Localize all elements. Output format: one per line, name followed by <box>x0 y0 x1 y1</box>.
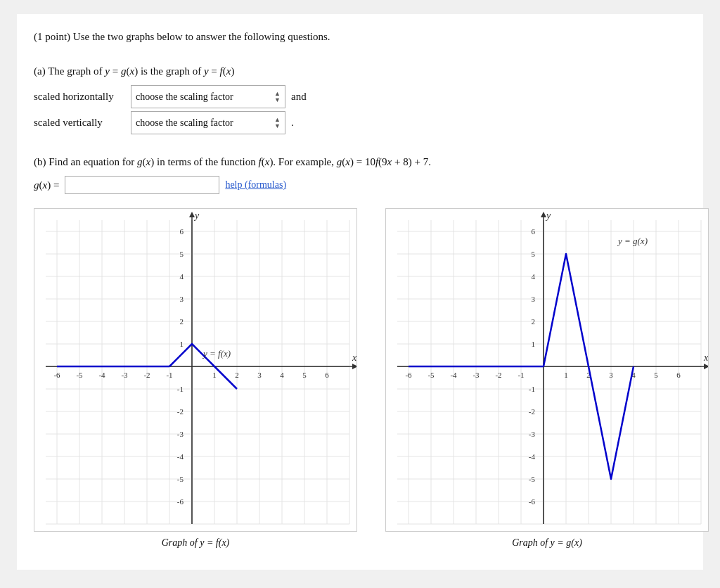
graph1-caption: Graph of y = f(x) <box>162 537 230 549</box>
svg-text:4: 4 <box>280 371 284 379</box>
vertical-scaling-value: choose the scaling factor <box>136 114 233 132</box>
svg-text:-1: -1 <box>529 385 535 393</box>
svg-text:-6: -6 <box>405 371 412 379</box>
svg-text:3: 3 <box>532 295 536 303</box>
graphs-row: x y -6 -5 -4 -3 -2 -1 1 2 3 4 5 6 6 5 <box>34 208 686 549</box>
gx-label: g(x) = <box>34 179 59 191</box>
gx-row: g(x) = help (formulas) <box>34 176 686 194</box>
svg-text:-4: -4 <box>177 452 184 461</box>
svg-marker-85 <box>704 364 709 369</box>
y-axis-label-2: y <box>545 210 551 221</box>
svg-text:-5: -5 <box>76 371 83 379</box>
svg-text:-3: -3 <box>177 430 184 438</box>
graph2-svg: x y -6 -5 -4 -3 -2 -1 1 2 3 4 5 6 6 5 4 … <box>385 208 709 532</box>
graph2-caption: Graph of y = g(x) <box>512 537 582 549</box>
svg-text:1: 1 <box>564 371 568 379</box>
help-formulas-link[interactable]: help (formulas) <box>225 179 286 191</box>
svg-text:5: 5 <box>180 250 184 258</box>
svg-text:2: 2 <box>235 371 239 379</box>
svg-text:4: 4 <box>180 272 184 281</box>
part-b-title: (b) Find an equation for g(x) in terms o… <box>34 153 686 170</box>
x-axis-label-2: x <box>703 352 709 363</box>
svg-text:-3: -3 <box>121 371 128 379</box>
x-axis-label-1: x <box>352 352 357 363</box>
svg-text:6: 6 <box>532 227 536 236</box>
part-a-block: (a) The graph of y = g(x) is the graph o… <box>34 63 686 134</box>
svg-text:1: 1 <box>180 340 184 348</box>
header-line: (1 point) Use the two graphs below to an… <box>34 28 686 45</box>
svg-text:-6: -6 <box>529 497 536 506</box>
svg-text:-1: -1 <box>518 371 524 379</box>
svg-text:5: 5 <box>532 250 536 258</box>
svg-text:-5: -5 <box>177 475 184 483</box>
dropdown-arrows-2: ▲▼ <box>274 117 281 129</box>
graph1-svg: x y -6 -5 -4 -3 -2 -1 1 2 3 4 5 6 6 5 <box>34 208 357 532</box>
svg-text:1: 1 <box>532 340 536 348</box>
svg-marker-31 <box>189 212 195 217</box>
svg-text:3: 3 <box>609 371 613 379</box>
svg-text:-4: -4 <box>98 371 105 379</box>
svg-text:2: 2 <box>180 317 184 326</box>
vertical-scaling-row: scaled vertically choose the scaling fac… <box>34 111 686 134</box>
part-a-label: (a) The graph of y = g(x) is the graph o… <box>34 65 234 77</box>
svg-text:-4: -4 <box>450 371 457 379</box>
svg-text:-3: -3 <box>472 371 480 379</box>
svg-text:6: 6 <box>325 371 329 379</box>
svg-marker-87 <box>541 212 546 217</box>
intro-text: Use the two graphs below to answer the f… <box>73 31 330 42</box>
svg-text:-2: -2 <box>495 371 501 379</box>
period-text: . <box>291 113 294 132</box>
svg-text:-5: -5 <box>428 371 435 379</box>
svg-text:-3: -3 <box>529 430 536 438</box>
svg-text:1: 1 <box>212 371 217 379</box>
svg-text:-6: -6 <box>177 497 184 506</box>
gx-input[interactable] <box>65 176 219 194</box>
scaled-horizontally-label: scaled horizontally <box>34 87 125 106</box>
svg-text:6: 6 <box>180 227 184 236</box>
svg-text:6: 6 <box>676 371 681 379</box>
svg-text:-5: -5 <box>529 475 536 483</box>
fx-label: y = f(x) <box>202 348 231 359</box>
svg-text:3: 3 <box>180 295 184 303</box>
dropdown-arrows-1: ▲▼ <box>274 91 281 103</box>
part-b-block: (b) Find an equation for g(x) in terms o… <box>34 153 686 194</box>
part-a-title: (a) The graph of y = g(x) is the graph o… <box>34 63 686 79</box>
graph2-container: x y -6 -5 -4 -3 -2 -1 1 2 3 4 5 6 6 5 4 … <box>385 208 709 549</box>
svg-text:-1: -1 <box>166 371 172 379</box>
gx-label: y = g(x) <box>617 236 648 246</box>
and-text: and <box>291 87 307 106</box>
scaled-vertically-label: scaled vertically <box>34 113 125 132</box>
svg-text:2: 2 <box>532 317 536 326</box>
y-axis-label-1: y <box>193 210 200 221</box>
problem-container: (1 point) Use the two graphs below to an… <box>17 14 703 570</box>
svg-marker-29 <box>352 364 357 369</box>
horizontal-scaling-row: scaled horizontally choose the scaling f… <box>34 85 686 108</box>
svg-text:5: 5 <box>654 371 658 379</box>
svg-text:3: 3 <box>257 371 262 379</box>
svg-text:-1: -1 <box>177 385 184 393</box>
svg-text:-2: -2 <box>177 407 184 416</box>
svg-text:4: 4 <box>532 272 536 281</box>
svg-text:-2: -2 <box>529 407 535 416</box>
points-label: (1 point) <box>34 31 70 42</box>
graph1-container: x y -6 -5 -4 -3 -2 -1 1 2 3 4 5 6 6 5 <box>34 208 357 549</box>
svg-text:-6: -6 <box>53 371 60 379</box>
horizontal-scaling-dropdown[interactable]: choose the scaling factor ▲▼ <box>131 85 285 108</box>
svg-text:5: 5 <box>302 371 307 379</box>
vertical-scaling-dropdown[interactable]: choose the scaling factor ▲▼ <box>131 111 285 134</box>
horizontal-scaling-value: choose the scaling factor <box>136 88 233 106</box>
svg-text:-4: -4 <box>529 452 536 461</box>
svg-text:-2: -2 <box>143 371 150 379</box>
